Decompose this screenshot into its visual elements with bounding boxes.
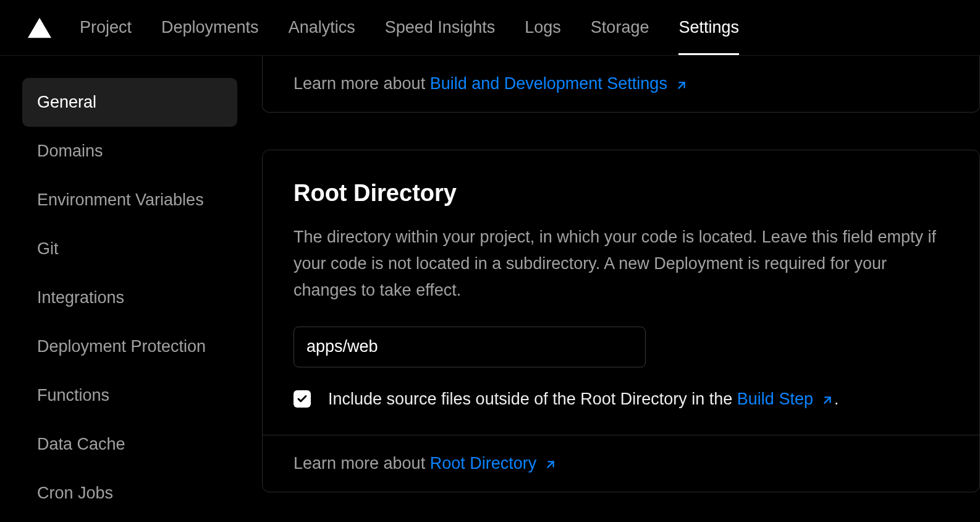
tab-deployments[interactable]: Deployments <box>161 0 259 55</box>
check-icon <box>297 393 308 404</box>
learn-more-text: Learn more about <box>294 74 430 93</box>
tab-storage[interactable]: Storage <box>591 0 649 55</box>
sidebar-item-data-cache[interactable]: Data Cache <box>22 420 237 469</box>
root-directory-card: Root Directory The directory within your… <box>262 150 980 492</box>
build-step-link[interactable]: Build Step <box>737 390 834 409</box>
root-directory-link[interactable]: Root Directory <box>430 454 558 473</box>
sidebar-item-cron-jobs[interactable]: Cron Jobs <box>22 469 237 518</box>
sidebar-item-functions[interactable]: Functions <box>22 371 237 420</box>
external-link-icon <box>675 77 688 91</box>
tab-project[interactable]: Project <box>80 0 132 55</box>
settings-sidebar: General Domains Environment Variables Gi… <box>0 56 260 522</box>
external-link-icon <box>544 456 557 470</box>
sidebar-item-git[interactable]: Git <box>22 225 237 273</box>
build-dev-settings-link[interactable]: Build and Development Settings <box>430 74 688 93</box>
vercel-logo-icon[interactable] <box>28 17 51 38</box>
card-footer: Learn more about Build and Development S… <box>263 56 979 112</box>
card-title: Root Directory <box>294 180 948 207</box>
tab-speed-insights[interactable]: Speed Insights <box>385 0 496 55</box>
card-footer: Learn more about Root Directory <box>263 435 979 492</box>
nav-tabs: Project Deployments Analytics Speed Insi… <box>80 0 739 55</box>
include-source-files-checkbox[interactable] <box>294 390 311 408</box>
sidebar-item-integrations[interactable]: Integrations <box>22 273 237 322</box>
sidebar-item-deployment-protection[interactable]: Deployment Protection <box>22 322 237 371</box>
card-description: The directory within your project, in wh… <box>294 224 948 304</box>
main-layout: General Domains Environment Variables Gi… <box>0 56 980 522</box>
external-link-icon <box>821 392 834 406</box>
sidebar-item-general[interactable]: General <box>22 78 237 127</box>
top-navigation: Project Deployments Analytics Speed Insi… <box>0 0 980 56</box>
sidebar-item-domains[interactable]: Domains <box>22 127 237 176</box>
sidebar-item-environment-variables[interactable]: Environment Variables <box>22 176 237 225</box>
tab-logs[interactable]: Logs <box>525 0 561 55</box>
tab-settings[interactable]: Settings <box>678 0 739 55</box>
root-directory-input[interactable] <box>294 327 646 367</box>
tab-analytics[interactable]: Analytics <box>289 0 355 55</box>
settings-content: Learn more about Build and Development S… <box>260 56 980 522</box>
learn-more-text: Learn more about <box>294 454 430 473</box>
checkbox-label: Include source files outside of the Root… <box>328 390 838 409</box>
build-dev-settings-card: Learn more about Build and Development S… <box>262 56 980 113</box>
include-source-files-row: Include source files outside of the Root… <box>294 390 948 409</box>
card-body: Root Directory The directory within your… <box>263 150 979 435</box>
